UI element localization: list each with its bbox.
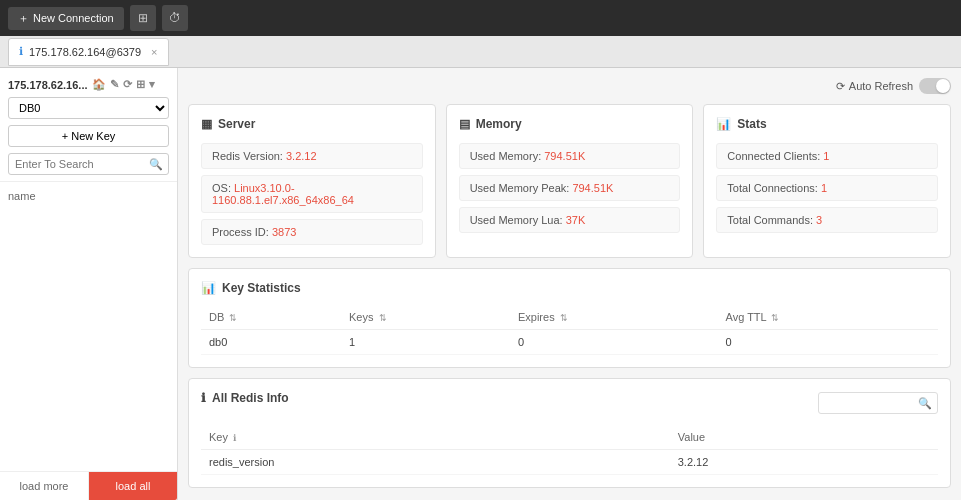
redis-info-header-row: Key ℹ Value (201, 425, 938, 450)
stats-card-title: 📊 Stats (716, 117, 938, 131)
total-connections-row: Total Connections: 1 (716, 175, 938, 201)
grid-icon: ⊞ (138, 11, 148, 25)
col-avg-ttl[interactable]: Avg TTL ⇅ (718, 305, 938, 330)
plus-icon: ＋ (18, 11, 29, 26)
cell-db: db0 (201, 330, 341, 355)
key-statistics-title: 📊 Key Statistics (201, 281, 938, 295)
stats-icon: 📊 (716, 117, 731, 131)
toggle-knob (936, 79, 950, 93)
col-value[interactable]: Value (670, 425, 938, 450)
col-db[interactable]: DB ⇅ (201, 305, 341, 330)
sort-icon-key: ℹ (233, 433, 236, 443)
redis-info-table-body: redis_version 3.2.12 (201, 450, 938, 475)
search-input[interactable] (8, 153, 169, 175)
redis-info-table: Key ℹ Value redis_version 3.2.12 (201, 425, 938, 475)
key-statistics-section: 📊 Key Statistics DB ⇅ Keys ⇅ Expires ⇅ A… (188, 268, 951, 368)
cell-value: 3.2.12 (670, 450, 938, 475)
key-statistics-table: DB ⇅ Keys ⇅ Expires ⇅ Avg TTL ⇅ db0 1 0 … (201, 305, 938, 355)
server-card: ▦ Server Redis Version: 3.2.12 OS: Linux… (188, 104, 436, 258)
redis-search-wrap: 🔍 (818, 392, 938, 414)
refresh-icon: ⟳ (836, 80, 845, 93)
edit-icon[interactable]: ✎ (110, 78, 119, 91)
tab-bar: ℹ 175.178.62.164@6379 × (0, 36, 961, 68)
bar-chart-icon: 📊 (201, 281, 216, 295)
redis-info-row: redis_version 3.2.12 (201, 450, 938, 475)
cell-avg-ttl: 0 (718, 330, 938, 355)
stats-card: 📊 Stats Connected Clients: 1 Total Conne… (703, 104, 951, 258)
auto-refresh-label: ⟳ Auto Refresh (836, 80, 913, 93)
cards-row: ▦ Server Redis Version: 3.2.12 OS: Linux… (188, 104, 951, 258)
table-body: db0 1 0 0 (201, 330, 938, 355)
info-icon: ℹ (19, 45, 23, 58)
clock-icon: ⏱ (169, 11, 181, 25)
load-more-button[interactable]: load more (0, 472, 89, 500)
server-card-title: ▦ Server (201, 117, 423, 131)
tab-label: 175.178.62.164@6379 (29, 46, 141, 58)
search-box: 🔍 (8, 153, 169, 175)
table-head: DB ⇅ Keys ⇅ Expires ⇅ Avg TTL ⇅ (201, 305, 938, 330)
sidebar-icons: 🏠 ✎ ⟳ ⊞ ▾ (92, 78, 155, 91)
refresh-icon[interactable]: ⟳ (123, 78, 132, 91)
col-expires[interactable]: Expires ⇅ (510, 305, 718, 330)
cell-keys: 1 (341, 330, 510, 355)
table-row: db0 1 0 0 (201, 330, 938, 355)
cell-expires: 0 (510, 330, 718, 355)
sidebar-connection-name: 175.178.62.16... 🏠 ✎ ⟳ ⊞ ▾ (8, 74, 169, 97)
used-memory-row: Used Memory: 794.51K (459, 143, 681, 169)
info-icon: ℹ (201, 391, 206, 405)
main-layout: 175.178.62.16... 🏠 ✎ ⟳ ⊞ ▾ DB0 DB1 + New… (0, 68, 961, 500)
sidebar-header: 175.178.62.16... 🏠 ✎ ⟳ ⊞ ▾ DB0 DB1 + New… (0, 68, 177, 182)
process-id-row: Process ID: 3873 (201, 219, 423, 245)
home-icon[interactable]: 🏠 (92, 78, 106, 91)
grid-icon[interactable]: ⊞ (136, 78, 145, 91)
new-key-button[interactable]: + New Key (8, 125, 169, 147)
server-icon: ▦ (201, 117, 212, 131)
top-bar: ＋ New Connection ⊞ ⏱ (0, 0, 961, 36)
content-area: ⟳ Auto Refresh ▦ Server Redis Version: 3… (178, 68, 961, 500)
sidebar: 175.178.62.16... 🏠 ✎ ⟳ ⊞ ▾ DB0 DB1 + New… (0, 68, 178, 500)
memory-icon: ▤ (459, 117, 470, 131)
search-icon: 🔍 (149, 158, 163, 171)
redis-info-section: ℹ All Redis Info 🔍 Key ℹ V (188, 378, 951, 488)
sidebar-name-label: name (0, 182, 177, 206)
redis-search-icon: 🔍 (918, 397, 932, 410)
tab-close-button[interactable]: × (151, 46, 157, 58)
grid-icon-button[interactable]: ⊞ (130, 5, 156, 31)
new-connection-button[interactable]: ＋ New Connection (8, 7, 124, 30)
memory-card: ▤ Memory Used Memory: 794.51K Used Memor… (446, 104, 694, 258)
clock-icon-button[interactable]: ⏱ (162, 5, 188, 31)
redis-info-header: ℹ All Redis Info 🔍 (201, 391, 938, 415)
sort-icon-db: ⇅ (229, 313, 237, 323)
sort-icon-avg-ttl: ⇅ (771, 313, 779, 323)
redis-version-row: Redis Version: 3.2.12 (201, 143, 423, 169)
auto-refresh-toggle[interactable] (919, 78, 951, 94)
memory-card-title: ▤ Memory (459, 117, 681, 131)
col-keys[interactable]: Keys ⇅ (341, 305, 510, 330)
content-header: ⟳ Auto Refresh (188, 78, 951, 94)
cell-key: redis_version (201, 450, 670, 475)
sidebar-footer: load more load all (0, 471, 177, 500)
sort-icon-keys: ⇅ (379, 313, 387, 323)
used-memory-lua-row: Used Memory Lua: 37K (459, 207, 681, 233)
connection-tab[interactable]: ℹ 175.178.62.164@6379 × (8, 38, 169, 66)
os-row: OS: Linux3.10.0-1160.88.1.el7.x86_64x86_… (201, 175, 423, 213)
new-key-label: + New Key (62, 130, 116, 142)
new-connection-label: New Connection (33, 12, 114, 24)
redis-info-table-head: Key ℹ Value (201, 425, 938, 450)
db-select[interactable]: DB0 DB1 (8, 97, 169, 119)
redis-info-title: ℹ All Redis Info (201, 391, 289, 405)
used-memory-peak-row: Used Memory Peak: 794.51K (459, 175, 681, 201)
chevron-down-icon[interactable]: ▾ (149, 78, 155, 91)
total-commands-row: Total Commands: 3 (716, 207, 938, 233)
connected-clients-row: Connected Clients: 1 (716, 143, 938, 169)
load-all-button[interactable]: load all (89, 472, 177, 500)
table-header-row: DB ⇅ Keys ⇅ Expires ⇅ Avg TTL ⇅ (201, 305, 938, 330)
col-key[interactable]: Key ℹ (201, 425, 670, 450)
sort-icon-expires: ⇅ (560, 313, 568, 323)
